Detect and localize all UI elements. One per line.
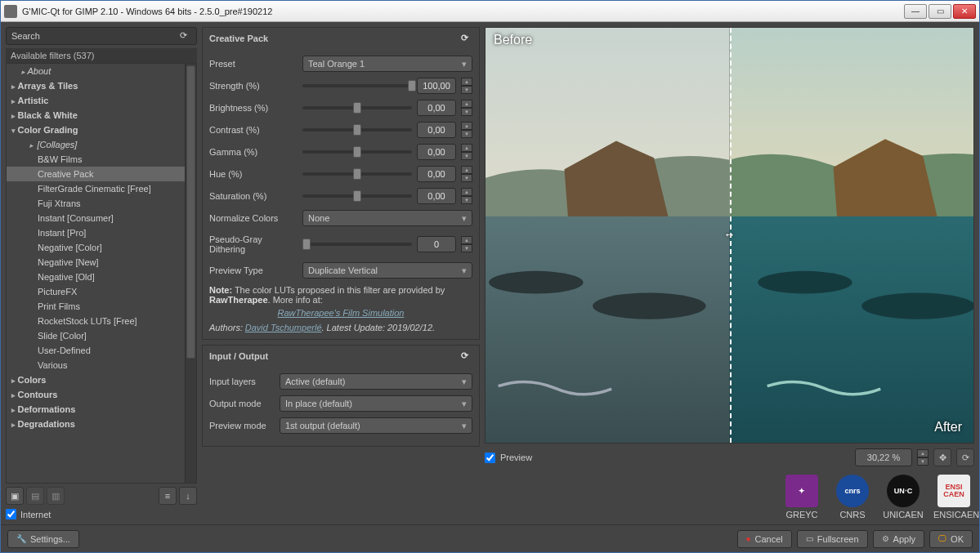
slider-spinner[interactable]: ▲▼: [461, 144, 472, 160]
pseudo-spinner[interactable]: ▲▼: [461, 236, 472, 252]
tree-sub[interactable]: Various: [7, 358, 185, 372]
tree-cat[interactable]: Artistic: [7, 93, 185, 108]
maximize-button[interactable]: ▭: [929, 4, 951, 19]
ok-button[interactable]: 🖵OK: [929, 530, 973, 548]
collapse-button[interactable]: ≡: [159, 487, 177, 505]
tree-cat[interactable]: Deformations: [7, 402, 185, 417]
greyc-icon: ✦: [785, 475, 818, 507]
io-label: Output mode: [209, 399, 275, 408]
apply-button[interactable]: ⚙Apply: [873, 530, 925, 548]
tree-sub[interactable]: FilterGrade Cinematic [Free]: [7, 181, 185, 196]
footer: 🔧Settings... ●Cancel ▭Fullscreen ⚙Apply …: [1, 524, 979, 552]
tree-sub[interactable]: Negative [New]: [7, 255, 185, 270]
slider-spinner[interactable]: ▲▼: [461, 122, 472, 138]
cnrs-icon: cnrs: [836, 475, 869, 507]
settings-button[interactable]: 🔧Settings...: [7, 530, 79, 548]
io-dropdown[interactable]: Active (default): [280, 373, 472, 390]
tree-sub[interactable]: B&W Films: [7, 152, 185, 167]
tree-sub[interactable]: Print Films: [7, 299, 185, 314]
io-dropdown[interactable]: In place (default): [280, 395, 472, 412]
rawtherapee-link[interactable]: RawTherapee's Film Simulation: [278, 308, 405, 318]
fullscreen-button[interactable]: ▭Fullscreen: [797, 530, 868, 548]
slider[interactable]: [302, 128, 412, 132]
monitor-icon: 🖵: [938, 534, 946, 543]
search-clear-icon[interactable]: ⟳: [180, 30, 191, 42]
tree-sub[interactable]: Instant [Pro]: [7, 225, 185, 240]
slider-label: Brightness (%): [209, 103, 298, 113]
tree-sub[interactable]: Instant [Consumer]: [7, 211, 185, 225]
filter-tree[interactable]: About Arrays & Tiles Artistic Black & Wh…: [7, 64, 185, 483]
zoom-value[interactable]: 30,22 %: [855, 448, 912, 466]
slider[interactable]: [302, 172, 412, 176]
slider-label: Gamma (%): [209, 147, 298, 157]
add-fav-button[interactable]: ▣: [6, 487, 24, 505]
slider-spinner[interactable]: ▲▼: [461, 166, 472, 182]
tree-cat-open[interactable]: Color Grading: [7, 123, 185, 137]
io-label: Input layers: [209, 377, 275, 386]
tree-sub[interactable]: PictureFX: [7, 284, 185, 299]
slider[interactable]: [302, 84, 412, 87]
internet-checkbox[interactable]: [6, 509, 16, 520]
svg-point-7: [861, 292, 973, 319]
slider[interactable]: [302, 106, 412, 109]
slider-value[interactable]: 0,00: [417, 188, 456, 204]
pseudo-slider[interactable]: [302, 243, 412, 246]
tree-cat[interactable]: Colors: [7, 372, 185, 387]
tool-button-2[interactable]: ▤: [26, 487, 44, 505]
search-input[interactable]: Search ⟳: [6, 27, 197, 45]
tree-sub-selected[interactable]: Creative Pack: [7, 167, 185, 181]
slider[interactable]: [302, 150, 412, 154]
reset-panel-icon[interactable]: ⟳: [461, 33, 472, 44]
tree-sub[interactable]: Fuji Xtrans: [7, 196, 185, 211]
slider-spinner[interactable]: ▲▼: [461, 100, 472, 116]
slider-value[interactable]: 0,00: [417, 144, 456, 160]
tree-sub[interactable]: Negative [Color]: [7, 240, 185, 255]
author-link[interactable]: David Tschumperlé: [245, 323, 322, 332]
titlebar[interactable]: G'MIC-Qt for GIMP 2.10 - Windows 64 bits…: [1, 1, 979, 22]
reset-io-icon[interactable]: ⟳: [461, 350, 472, 362]
slider-value[interactable]: 0,00: [417, 100, 456, 116]
normalize-dropdown[interactable]: None: [302, 210, 472, 226]
slider[interactable]: [302, 194, 412, 198]
tool-button-3[interactable]: ▥: [47, 487, 65, 505]
slider-label: Saturation (%): [209, 191, 298, 201]
tree-cat[interactable]: Contours: [7, 387, 185, 402]
tree-about[interactable]: About: [7, 64, 185, 78]
tree-cat[interactable]: Black & White: [7, 108, 185, 123]
app-icon: [4, 5, 17, 18]
tree-sub[interactable]: Slide [Color]: [7, 328, 185, 343]
slider-value[interactable]: 0,00: [417, 166, 456, 182]
window-title: G'MIC-Qt for GIMP 2.10 - Windows 64 bits…: [22, 7, 904, 16]
tree-cat[interactable]: Arrays & Tiles: [7, 78, 185, 93]
preview-area[interactable]: Before After ↔: [485, 27, 974, 444]
refresh-button[interactable]: ↓: [179, 487, 197, 505]
divider-handle-icon[interactable]: ↔: [722, 227, 738, 243]
svg-point-6: [758, 271, 852, 294]
slider-spinner[interactable]: ▲▼: [461, 188, 472, 204]
svg-point-4: [489, 271, 583, 294]
pseudo-value[interactable]: 0: [417, 236, 456, 252]
tree-cat[interactable]: Degradations: [7, 417, 185, 431]
zoom-spinner[interactable]: ▲▼: [917, 449, 929, 466]
cancel-button[interactable]: ●Cancel: [737, 530, 792, 548]
io-dropdown[interactable]: 1st output (default): [280, 417, 472, 434]
pseudo-label: Pseudo-Gray Dithering: [209, 234, 298, 254]
zoom-fit-button[interactable]: ✥: [933, 448, 951, 466]
tree-scrollbar[interactable]: [185, 64, 196, 483]
tree-sub[interactable]: Negative [Old]: [7, 270, 185, 284]
close-button[interactable]: ✕: [953, 4, 976, 19]
minimize-button[interactable]: ―: [904, 4, 927, 19]
before-label: Before: [494, 33, 532, 47]
slider-value[interactable]: 0,00: [417, 122, 456, 138]
preset-dropdown[interactable]: Teal Orange 1: [302, 56, 472, 72]
slider-value[interactable]: 100,00: [417, 78, 456, 94]
preview-type-dropdown[interactable]: Duplicate Vertical: [302, 262, 472, 279]
preview-checkbox[interactable]: [485, 453, 495, 463]
svg-point-5: [593, 292, 706, 319]
tree-sub[interactable]: [Collages]: [7, 137, 185, 152]
zoom-reset-button[interactable]: ⟳: [956, 448, 974, 466]
svg-rect-3: [730, 216, 974, 443]
tree-sub[interactable]: User-Defined: [7, 343, 185, 358]
slider-spinner[interactable]: ▲▼: [461, 78, 472, 94]
tree-sub[interactable]: RocketStock LUTs [Free]: [7, 314, 185, 328]
